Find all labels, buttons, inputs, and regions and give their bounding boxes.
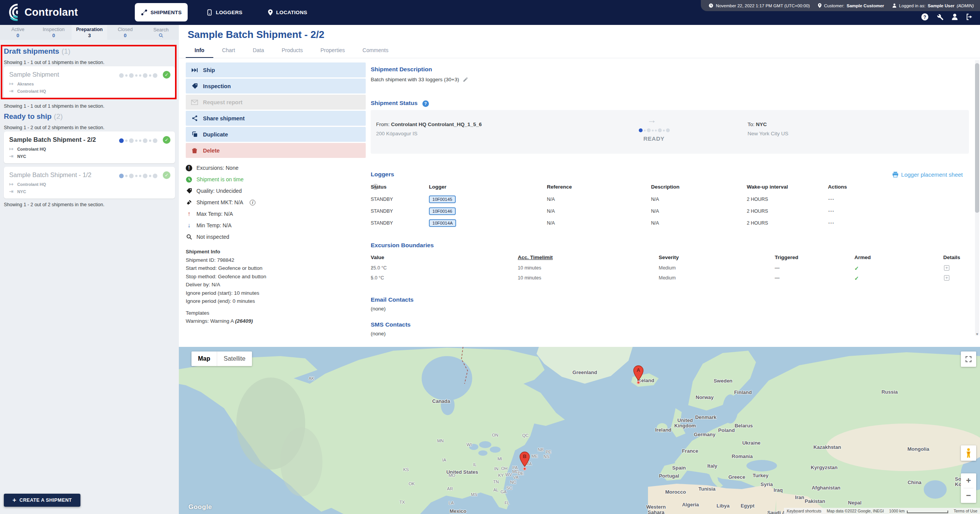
scale-line (907, 511, 948, 513)
card-destination-row: ⇥ NYC (9, 189, 170, 194)
tab-search[interactable]: Search (143, 25, 179, 40)
ship-button[interactable]: Ship (186, 62, 366, 77)
content-scrollbar[interactable]: ▼ (975, 60, 979, 335)
profile-icon[interactable] (951, 13, 959, 21)
excursions-status: ! Excursions: None (186, 162, 366, 174)
status-from-block: From: Controlant HQ Controlant_HQ_1_5_6 … (376, 122, 482, 136)
map-data-text: Map data ©2022 Google, INEGI (824, 508, 887, 514)
settings-wrench-icon[interactable] (936, 13, 944, 21)
pin-letter: A (633, 367, 644, 373)
card-destination: NYC (17, 189, 26, 194)
scrollbar-down-arrow[interactable]: ▼ (975, 332, 979, 336)
detail-tabs: Info Chart Data Products Properties Comm… (186, 45, 397, 58)
tab-inspection[interactable]: Inspection 0 (36, 25, 71, 40)
customer-label: Customer: (824, 3, 844, 8)
row-actions-menu[interactable]: ⋯ (828, 195, 834, 203)
ignore-end-line: Ignore period (end): 0 minutes (186, 297, 366, 305)
top-navbar: Controlant SHIPMENTS LOGGERS (0, 0, 980, 25)
status-help-icon[interactable]: ? (422, 100, 429, 107)
logger-id-badge[interactable]: 10F00146 (429, 207, 456, 215)
customer-group[interactable]: Customer: Sample Customer (818, 3, 884, 8)
logger-id-badge[interactable]: 10F00145 (429, 195, 456, 203)
request-report-button[interactable]: Request report (186, 95, 366, 110)
shipment-info-block: Shipment Info Shipment ID: 798842 Start … (186, 248, 366, 325)
inspection-button[interactable]: Inspection (186, 79, 366, 94)
zoom-control: + − (961, 473, 976, 503)
max-temp-status: ↑ Max Temp: N/A (186, 208, 366, 220)
card-destination-row: ⇥ Controlant HQ (9, 88, 170, 94)
tabs-divider (179, 58, 980, 58)
brand[interactable]: Controlant (6, 3, 78, 21)
nav-locations[interactable]: LOCATIONS (262, 3, 313, 21)
shipment-description-text: Batch shipment with 33 loggers (30+3) (371, 77, 468, 82)
map-marker-pin-A[interactable]: A (633, 365, 644, 381)
depart-icon: ↦ (9, 181, 13, 187)
share-shipment-button[interactable]: Share shipment (186, 111, 366, 126)
pegman-control[interactable] (961, 445, 976, 461)
nav-loggers-label: LOGGERS (216, 10, 242, 15)
keyboard-shortcuts-link[interactable]: Keyboard shortcuts (784, 508, 824, 514)
delete-button[interactable]: Delete (186, 143, 366, 158)
create-shipment-label: CREATE A SHIPMENT (20, 498, 72, 503)
from-address: 200 Kópavogur IS (376, 131, 482, 136)
pegman-icon (965, 448, 972, 458)
controlant-logo-icon (6, 3, 21, 21)
logger-row: STANDBY 10F00146 N/A N/A 2 HOURS ⋯ (371, 207, 970, 216)
mkt-info-icon[interactable]: i (250, 200, 255, 205)
create-shipment-button[interactable]: + CREATE A SHIPMENT (4, 494, 80, 507)
status-to-block: To: NYC New York City US (748, 122, 789, 136)
excursion-details-button[interactable]: + (944, 265, 949, 271)
card-origin: Controlant HQ (17, 182, 46, 187)
arrive-icon: ⇥ (9, 88, 13, 94)
map-type-map-button[interactable]: Map (191, 355, 217, 362)
status-info-icon[interactable]: i (373, 184, 378, 190)
email-contacts-heading: Email Contacts (371, 296, 414, 303)
tab-comments[interactable]: Comments (354, 45, 398, 58)
map-type-satellite-button[interactable]: Satellite (217, 355, 252, 362)
tab-data[interactable]: Data (244, 45, 273, 58)
inspection-tag-icon (191, 83, 198, 90)
fullscreen-button[interactable] (961, 351, 976, 367)
datetime-text: November 22, 2022 1:17 PM GMT (UTC+00:00… (716, 3, 810, 8)
shipment-card-sample-shipment[interactable]: Sample Shipment ✓ ↦ Akranes ⇥ Controlant… (4, 66, 175, 98)
map-canvas[interactable]: Map Satellite + − Google Keyboard shortc… (179, 347, 980, 514)
nav-shipments[interactable]: SHIPMENTS (135, 3, 188, 21)
tab-active[interactable]: Active 0 (0, 25, 36, 40)
login-role: (ADMIN) (957, 3, 974, 8)
duplicate-button[interactable]: Duplicate (186, 127, 366, 142)
shipment-description-heading: Shipment Description (371, 66, 432, 73)
arrive-icon: ⇥ (9, 153, 13, 159)
shipment-state-badge: READY (643, 135, 700, 142)
sms-contacts-value: (none) (371, 331, 386, 337)
shipment-info-heading: Shipment Info (186, 248, 366, 256)
login-group[interactable]: Logged in as: Sample User (ADMIN) (892, 3, 974, 8)
tab-properties[interactable]: Properties (312, 45, 354, 58)
shipment-card-batch-2-2[interactable]: Sample Batch Shipment - 2/2 ✓ ↦ Controla… (4, 131, 175, 163)
logger-placement-sheet-link[interactable]: Logger placement sheet (892, 171, 963, 178)
row-actions-menu[interactable]: ⋯ (828, 207, 834, 215)
logout-icon[interactable] (965, 13, 974, 21)
map-marker-pin-B[interactable]: B (519, 452, 530, 467)
scrollbar-thumb[interactable] (975, 63, 979, 213)
tab-preparation[interactable]: Preparation 3 (72, 25, 107, 40)
edit-pencil-icon[interactable] (463, 77, 468, 82)
tab-closed[interactable]: Closed 0 (107, 25, 143, 40)
excursion-details-button[interactable]: + (944, 275, 949, 281)
marker-pen-icon (186, 199, 192, 206)
zoom-out-button[interactable]: − (961, 488, 976, 503)
help-icon[interactable]: ? (921, 13, 929, 21)
row-actions-menu[interactable]: ⋯ (828, 219, 834, 227)
envelope-icon (191, 99, 198, 106)
shipment-card-batch-1-2[interactable]: Sample Batch Shipment - 1/2 ✓ ↦ Controla… (4, 167, 175, 199)
tab-products[interactable]: Products (273, 45, 311, 58)
card-destination-row: ⇥ NYC (9, 153, 170, 159)
zoom-in-button[interactable]: + (961, 473, 976, 488)
logger-id-badge[interactable]: 10F0014A (429, 219, 456, 227)
tab-info[interactable]: Info (186, 45, 213, 58)
progress-arrow-icon: → (647, 115, 700, 125)
tab-chart[interactable]: Chart (213, 45, 244, 58)
terms-of-use-link[interactable]: Terms of Use (951, 508, 980, 514)
nav-loggers[interactable]: LOGGERS (201, 3, 249, 21)
armed-check-icon: ✓ (854, 265, 859, 271)
green-clock-icon (186, 176, 192, 183)
